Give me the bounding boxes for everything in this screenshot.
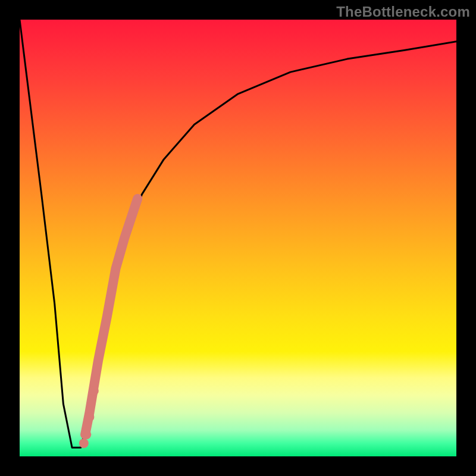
chart-svg [20, 20, 456, 456]
highlight-segment [85, 199, 137, 434]
watermark-text: TheBottleneck.com [336, 4, 470, 20]
highlight-point [79, 439, 89, 448]
highlight-point [84, 412, 94, 422]
chart-frame: TheBottleneck.com [0, 0, 476, 476]
highlight-points [79, 386, 99, 448]
bottleneck-curve [20, 20, 456, 447]
plot-area [20, 20, 456, 456]
highlight-point [82, 430, 91, 439]
highlight-point [89, 386, 99, 396]
